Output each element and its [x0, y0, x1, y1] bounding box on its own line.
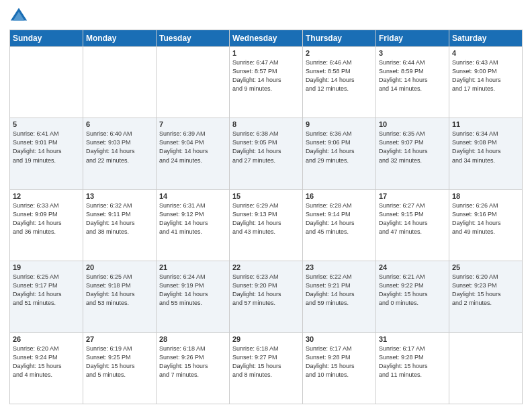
day-info: Sunrise: 6:27 AM Sunset: 9:15 PM Dayligh…: [379, 201, 446, 236]
day-number: 1: [232, 49, 300, 57]
day-info: Sunrise: 6:43 AM Sunset: 9:00 PM Dayligh…: [452, 58, 519, 93]
day-number: 11: [452, 120, 519, 128]
day-info: Sunrise: 6:32 AM Sunset: 9:11 PM Dayligh…: [86, 201, 153, 236]
calendar-day-cell: 13Sunrise: 6:32 AM Sunset: 9:11 PM Dayli…: [83, 189, 157, 261]
calendar-day-cell: 29Sunrise: 6:18 AM Sunset: 9:27 PM Dayli…: [230, 332, 303, 404]
calendar-day-cell: 28Sunrise: 6:18 AM Sunset: 9:26 PM Dayli…: [157, 332, 230, 404]
day-number: 25: [452, 263, 519, 271]
day-number: 10: [379, 120, 446, 128]
calendar-day-cell: 3Sunrise: 6:44 AM Sunset: 8:59 PM Daylig…: [376, 47, 449, 118]
calendar-day-cell: 1Sunrise: 6:47 AM Sunset: 8:57 PM Daylig…: [230, 47, 303, 118]
calendar-day-cell: 27Sunrise: 6:19 AM Sunset: 9:25 PM Dayli…: [83, 332, 157, 404]
calendar-week-row: 5Sunrise: 6:41 AM Sunset: 9:01 PM Daylig…: [10, 118, 523, 189]
calendar-day-cell: 26Sunrise: 6:20 AM Sunset: 9:24 PM Dayli…: [10, 332, 83, 404]
calendar-day-cell: 9Sunrise: 6:36 AM Sunset: 9:06 PM Daylig…: [303, 118, 376, 189]
day-number: 30: [306, 335, 373, 343]
day-info: Sunrise: 6:20 AM Sunset: 9:23 PM Dayligh…: [452, 273, 519, 308]
day-info: Sunrise: 6:23 AM Sunset: 9:20 PM Dayligh…: [232, 273, 300, 308]
day-info: Sunrise: 6:38 AM Sunset: 9:05 PM Dayligh…: [232, 130, 300, 165]
day-info: Sunrise: 6:39 AM Sunset: 9:04 PM Dayligh…: [159, 130, 226, 165]
calendar-day-header: Tuesday: [157, 30, 230, 47]
calendar-day-cell: 30Sunrise: 6:17 AM Sunset: 9:28 PM Dayli…: [303, 332, 376, 404]
day-info: Sunrise: 6:20 AM Sunset: 9:24 PM Dayligh…: [13, 345, 80, 379]
day-info: Sunrise: 6:22 AM Sunset: 9:21 PM Dayligh…: [306, 273, 373, 308]
calendar-day-cell: 11Sunrise: 6:34 AM Sunset: 9:08 PM Dayli…: [449, 118, 523, 189]
day-number: 21: [159, 263, 226, 271]
calendar-day-cell: 16Sunrise: 6:28 AM Sunset: 9:14 PM Dayli…: [303, 189, 376, 261]
day-info: Sunrise: 6:18 AM Sunset: 9:27 PM Dayligh…: [232, 345, 300, 379]
calendar-day-cell: 14Sunrise: 6:31 AM Sunset: 9:12 PM Dayli…: [157, 189, 230, 261]
day-number: 20: [86, 263, 153, 271]
day-number: 15: [232, 192, 300, 200]
calendar-day-cell: [83, 47, 157, 118]
calendar-week-row: 26Sunrise: 6:20 AM Sunset: 9:24 PM Dayli…: [10, 332, 523, 404]
calendar-day-cell: 25Sunrise: 6:20 AM Sunset: 9:23 PM Dayli…: [449, 261, 523, 332]
calendar-day-cell: 2Sunrise: 6:46 AM Sunset: 8:58 PM Daylig…: [303, 47, 376, 118]
day-number: 31: [379, 335, 446, 343]
calendar-day-cell: [449, 332, 523, 404]
calendar-day-cell: [10, 47, 83, 118]
calendar-week-row: 19Sunrise: 6:25 AM Sunset: 9:17 PM Dayli…: [10, 261, 523, 332]
calendar-day-cell: 31Sunrise: 6:17 AM Sunset: 9:28 PM Dayli…: [376, 332, 449, 404]
day-number: 16: [306, 192, 373, 200]
day-info: Sunrise: 6:26 AM Sunset: 9:16 PM Dayligh…: [452, 201, 519, 236]
day-info: Sunrise: 6:28 AM Sunset: 9:14 PM Dayligh…: [306, 201, 373, 236]
day-number: 7: [159, 120, 226, 128]
day-info: Sunrise: 6:21 AM Sunset: 9:22 PM Dayligh…: [379, 273, 446, 308]
day-number: 12: [13, 192, 80, 200]
calendar-week-row: 12Sunrise: 6:33 AM Sunset: 9:09 PM Dayli…: [10, 189, 523, 261]
logo-icon: [9, 7, 28, 26]
logo: [9, 7, 31, 26]
calendar-day-header: Monday: [83, 30, 157, 47]
calendar-day-header: Thursday: [303, 30, 376, 47]
calendar-day-cell: 8Sunrise: 6:38 AM Sunset: 9:05 PM Daylig…: [230, 118, 303, 189]
day-number: 22: [232, 263, 300, 271]
calendar-day-cell: 12Sunrise: 6:33 AM Sunset: 9:09 PM Dayli…: [10, 189, 83, 261]
day-number: 13: [86, 192, 153, 200]
calendar-day-cell: 24Sunrise: 6:21 AM Sunset: 9:22 PM Dayli…: [376, 261, 449, 332]
calendar-day-header: Friday: [376, 30, 449, 47]
calendar-day-header: Saturday: [449, 30, 523, 47]
day-number: 19: [13, 263, 80, 271]
day-info: Sunrise: 6:24 AM Sunset: 9:19 PM Dayligh…: [159, 273, 226, 308]
calendar-day-cell: 5Sunrise: 6:41 AM Sunset: 9:01 PM Daylig…: [10, 118, 83, 189]
day-number: 6: [86, 120, 153, 128]
calendar-day-cell: 23Sunrise: 6:22 AM Sunset: 9:21 PM Dayli…: [303, 261, 376, 332]
day-number: 18: [452, 192, 519, 200]
day-number: 23: [306, 263, 373, 271]
calendar-day-cell: 17Sunrise: 6:27 AM Sunset: 9:15 PM Dayli…: [376, 189, 449, 261]
day-info: Sunrise: 6:34 AM Sunset: 9:08 PM Dayligh…: [452, 130, 519, 165]
day-number: 5: [13, 120, 80, 128]
day-info: Sunrise: 6:17 AM Sunset: 9:28 PM Dayligh…: [379, 345, 446, 379]
day-number: 2: [306, 49, 373, 57]
day-info: Sunrise: 6:44 AM Sunset: 8:59 PM Dayligh…: [379, 58, 446, 93]
header: [9, 7, 523, 26]
day-number: 26: [13, 335, 80, 343]
day-number: 3: [379, 49, 446, 57]
day-info: Sunrise: 6:40 AM Sunset: 9:03 PM Dayligh…: [86, 130, 153, 165]
day-number: 14: [159, 192, 226, 200]
calendar-day-cell: 22Sunrise: 6:23 AM Sunset: 9:20 PM Dayli…: [230, 261, 303, 332]
day-info: Sunrise: 6:25 AM Sunset: 9:18 PM Dayligh…: [86, 273, 153, 308]
day-number: 17: [379, 192, 446, 200]
day-info: Sunrise: 6:41 AM Sunset: 9:01 PM Dayligh…: [13, 130, 80, 165]
calendar-day-cell: 15Sunrise: 6:29 AM Sunset: 9:13 PM Dayli…: [230, 189, 303, 261]
calendar-day-cell: 4Sunrise: 6:43 AM Sunset: 9:00 PM Daylig…: [449, 47, 523, 118]
day-number: 4: [452, 49, 519, 57]
day-number: 8: [232, 120, 300, 128]
calendar-day-cell: 7Sunrise: 6:39 AM Sunset: 9:04 PM Daylig…: [157, 118, 230, 189]
calendar-day-cell: 20Sunrise: 6:25 AM Sunset: 9:18 PM Dayli…: [83, 261, 157, 332]
day-info: Sunrise: 6:19 AM Sunset: 9:25 PM Dayligh…: [86, 345, 153, 379]
calendar-day-cell: [157, 47, 230, 118]
day-info: Sunrise: 6:35 AM Sunset: 9:07 PM Dayligh…: [379, 130, 446, 165]
calendar-table: SundayMondayTuesdayWednesdayThursdayFrid…: [9, 30, 523, 404]
day-info: Sunrise: 6:33 AM Sunset: 9:09 PM Dayligh…: [13, 201, 80, 236]
day-number: 27: [86, 335, 153, 343]
day-info: Sunrise: 6:36 AM Sunset: 9:06 PM Dayligh…: [306, 130, 373, 165]
calendar-day-cell: 19Sunrise: 6:25 AM Sunset: 9:17 PM Dayli…: [10, 261, 83, 332]
calendar-day-cell: 10Sunrise: 6:35 AM Sunset: 9:07 PM Dayli…: [376, 118, 449, 189]
day-number: 24: [379, 263, 446, 271]
day-info: Sunrise: 6:18 AM Sunset: 9:26 PM Dayligh…: [159, 345, 226, 379]
calendar-day-header: Sunday: [10, 30, 83, 47]
day-info: Sunrise: 6:17 AM Sunset: 9:28 PM Dayligh…: [306, 345, 373, 379]
